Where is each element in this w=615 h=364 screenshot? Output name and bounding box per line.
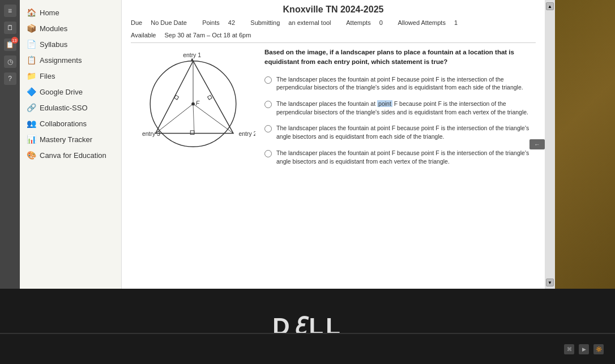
keyboard-icon-2: ▶ [579,344,589,354]
canva-icon: 🎨 [27,151,36,160]
back-button[interactable]: ← [529,139,545,149]
submitting-label: Submitting [250,19,280,26]
toolbar-menu-icon[interactable]: ≡ [4,5,16,17]
svg-line-3 [193,104,233,134]
meta-info: Due No Due Date Points 42 Submitting an … [131,18,536,28]
scroll-down-button[interactable]: ▼ [546,279,554,286]
question-area: Based on the image, if a landscaper plan… [264,48,536,173]
toolbar-help-icon[interactable]: ? [4,72,16,85]
keyboard-area: ⌘ ▶ 🔆 [0,333,615,364]
right-scrollbar: ▲ ← ▼ [545,0,555,289]
sidebar-item-mastery-tracker[interactable]: 📊 Mastery Tracker [20,131,121,147]
option-1-text: The landscaper places the fountain at po… [276,75,536,92]
center-f-label: F [196,101,200,107]
geometry-diagram: entry 1 entry 2 entry 3 F ▴ [131,48,255,149]
attempts-value: 0 [379,19,383,26]
allowed-attempts-value: 1 [454,19,458,26]
answer-option-4: The landscaper places the fountain at po… [264,149,536,165]
sidebar-item-files[interactable]: 📁 Files [20,68,121,84]
classroom-background [555,0,615,289]
svg-rect-6 [190,131,194,135]
screen-wrapper: 🏠 Home 📦 Modules 📄 Syllabus 📋 Assignment… [20,0,555,289]
points-label: Points [202,19,220,26]
left-toolbar: ≡ 🗒 📋 13 ◷ ? [0,0,20,289]
entry2-label: entry 2 [239,131,255,138]
attempts-label: Attempts [346,19,370,26]
toolbar-assignments-icon[interactable]: 📋 13 [4,38,16,51]
option-2-text: The landscaper places the fountain at po… [276,100,536,116]
submitting-value: an external tool [288,19,331,26]
toolbar-clock-icon[interactable]: ◷ [4,55,16,68]
sidebar-item-collaborations[interactable]: 👥 Collaborations [20,115,121,131]
option-4-text: The landscaper places the fountain at po… [276,149,536,165]
due-label: Due [131,19,142,26]
svg-rect-7 [207,95,212,100]
svg-point-9 [191,102,195,106]
radio-option-2[interactable] [264,101,272,108]
sidebar-item-home[interactable]: 🏠 Home [20,5,121,20]
google-drive-icon: 🔷 [27,87,36,96]
svg-line-4 [156,104,193,134]
allowed-attempts-label: Allowed Attempts [398,19,446,26]
answer-option-2: The landscaper places the fountain at po… [264,100,536,116]
scroll-up-button[interactable]: ▲ [546,2,554,10]
modules-icon: 📦 [27,24,36,33]
available-label: Available [131,32,156,38]
available-dates: Available Sep 30 at 7am – Oct 18 at 6pm [131,31,536,41]
svg-text:▴: ▴ [191,55,194,62]
syllabus-icon: 📄 [27,40,36,49]
scroll-down-icon: ▼ [548,280,552,285]
files-icon: 📁 [27,71,36,80]
collaborations-icon: 👥 [27,119,36,128]
sidebar-item-syllabus[interactable]: 📄 Syllabus [20,36,121,52]
option-3-text: The landscaper places the fountain at po… [276,124,536,140]
assignments-badge-count: 13 [11,37,18,44]
diagram-container: entry 1 entry 2 entry 3 F ▴ [131,48,255,173]
keyboard-icon-1: ⌘ [564,344,574,354]
edulastic-icon: 🔗 [27,103,36,112]
keyboard-icon-3: 🔆 [593,344,604,354]
toolbar-page-icon[interactable]: 🗒 [4,22,16,34]
svg-line-5 [193,104,194,134]
content-area: entry 1 entry 2 entry 3 F ▴ Based on the… [131,48,536,173]
question-text: Based on the image, if a landscaper plan… [264,48,536,67]
radio-option-1[interactable] [264,76,272,84]
radio-option-3[interactable] [264,125,272,132]
available-dates-value: Sep 30 at 7am – Oct 18 at 6pm [165,32,251,38]
points-value: 42 [228,19,235,26]
no-due-date-label: No Due Date [151,19,187,26]
sidebar: 🏠 Home 📦 Modules 📄 Syllabus 📋 Assignment… [20,0,122,289]
answer-option-3: The landscaper places the fountain at po… [264,124,536,140]
option-2-highlighted: point [377,100,392,107]
mastery-tracker-icon: 📊 [27,135,36,144]
sidebar-item-modules[interactable]: 📦 Modules [20,20,121,36]
scroll-up-icon: ▲ [548,4,552,9]
main-content: Knoxville TN 2024-2025 Due No Due Date P… [122,0,545,289]
radio-option-4[interactable] [264,150,272,157]
page-title: Knoxville TN 2024-2025 [131,5,536,15]
sidebar-item-canva[interactable]: 🎨 Canva for Education [20,147,121,163]
sidebar-item-edulastic-sso[interactable]: 🔗 Edulastic-SSO [20,100,121,115]
option-2-before: The landscaper places the fountain at [276,100,377,107]
sidebar-item-google-drive[interactable]: 🔷 Google Drive [20,84,121,100]
assignments-icon: 📋 [27,55,36,65]
divider [131,42,536,43]
answer-option-1: The landscaper places the fountain at po… [264,75,536,92]
sidebar-item-assignments[interactable]: 📋 Assignments [20,52,121,68]
home-icon: 🏠 [27,8,36,17]
entry3-label: entry 3 [142,131,160,138]
